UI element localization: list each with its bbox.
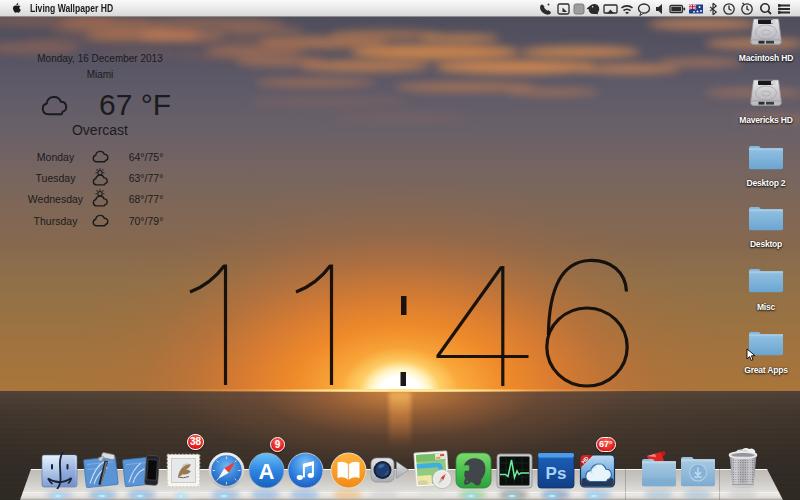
svg-text:A: A <box>259 459 275 484</box>
svg-text:Ps: Ps <box>546 464 567 483</box>
